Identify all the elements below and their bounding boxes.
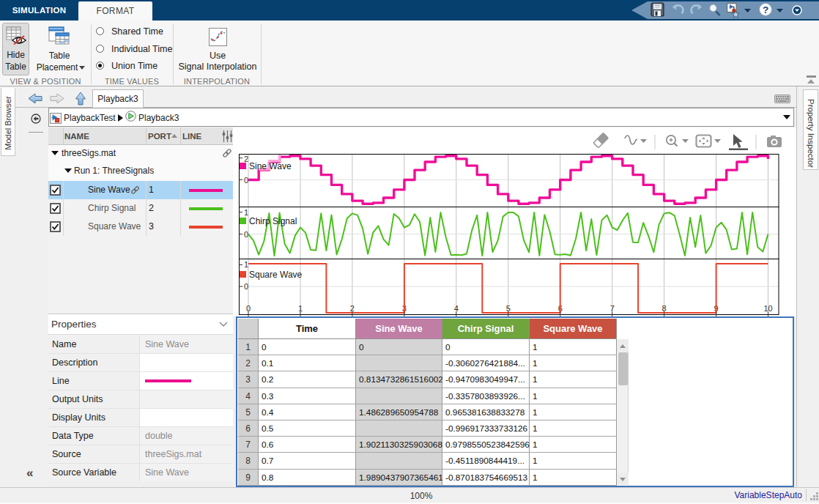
- svg-text:?: ?: [763, 4, 768, 15]
- svg-text:1: 1: [298, 304, 303, 313]
- svg-text:Chirp Signal: Chirp Signal: [249, 216, 297, 226]
- svg-text:0: 0: [244, 282, 248, 291]
- svg-text:5: 5: [506, 304, 511, 313]
- svg-text:1: 1: [244, 260, 248, 269]
- svg-text:0: 0: [246, 304, 251, 313]
- svg-text:0: 0: [244, 176, 248, 185]
- svg-text:2: 2: [350, 304, 355, 313]
- svg-text:1: 1: [244, 208, 248, 217]
- svg-text:4: 4: [454, 304, 459, 313]
- svg-text:8: 8: [662, 304, 667, 313]
- svg-text:Square Wave: Square Wave: [249, 270, 303, 280]
- svg-text:0: 0: [244, 230, 248, 239]
- svg-text:10: 10: [763, 304, 772, 313]
- svg-text:7: 7: [610, 304, 615, 313]
- svg-text:Sine Wave: Sine Wave: [249, 161, 292, 171]
- svg-text:2: 2: [244, 155, 248, 163]
